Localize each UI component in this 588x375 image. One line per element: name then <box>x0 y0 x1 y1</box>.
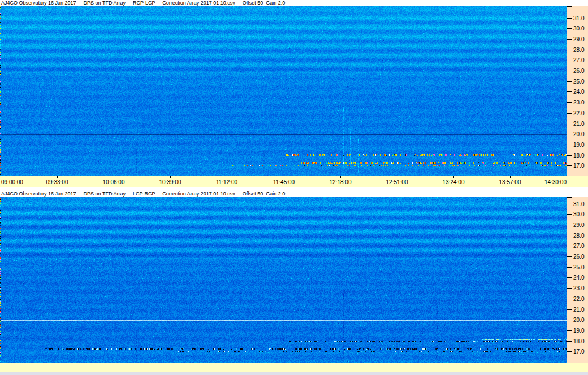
time-tick-label: 14:30:00 <box>544 179 567 185</box>
time-tick-mark <box>227 176 227 178</box>
freq-tick: 22.0 <box>567 295 584 302</box>
freq-tick-label: 28.0 <box>573 47 584 53</box>
freq-tick: 19.0 <box>567 327 584 334</box>
time-tick-label: 13:24:00 <box>443 179 465 185</box>
time-tick-mark <box>1 176 1 178</box>
spectrograph-window: AJ4CO Observatory 16 Jan 2017 - DPS on T… <box>0 0 588 375</box>
spectrogram-canvas-rcp-lcp <box>0 6 567 176</box>
time-tick-label: 11:45:00 <box>273 179 295 185</box>
freq-tick-label: 25.0 <box>573 264 584 271</box>
time-axis: 09:00:0009:33:0010:06:0010:39:0011:12:00… <box>0 176 588 188</box>
time-tick-mark <box>114 176 114 178</box>
freq-tick: 29.0 <box>567 36 584 42</box>
tick-mark <box>567 214 572 215</box>
freq-tick: 31.0 <box>567 15 584 21</box>
freq-tick-label: 24.0 <box>573 274 584 281</box>
freq-tick: 18.0 <box>567 152 584 159</box>
tick-mark <box>567 320 572 320</box>
time-tick-label: 09:00:00 <box>1 179 23 185</box>
tick-mark <box>567 28 572 29</box>
freq-tick-label: 25.0 <box>573 79 584 85</box>
freq-tick-label: 18.0 <box>573 152 584 159</box>
time-tick-mark <box>397 176 397 178</box>
freq-tick-label: 27.0 <box>573 243 584 249</box>
tick-mark <box>567 81 572 82</box>
tick-mark <box>567 341 572 342</box>
freq-tick: 30.0 <box>567 25 584 32</box>
freq-tick: 21.0 <box>567 306 584 313</box>
tick-mark <box>567 256 572 257</box>
tick-mark <box>567 39 572 40</box>
freq-tick: 22.0 <box>567 110 584 116</box>
tick-mark <box>567 18 572 19</box>
freq-tick: 27.0 <box>567 57 584 64</box>
freq-tick-label: 31.0 <box>573 201 584 207</box>
freq-tick-label: 19.0 <box>573 328 584 334</box>
freq-tick-label: 22.0 <box>573 296 584 302</box>
tick-mark <box>567 124 572 124</box>
freq-tick: 27.0 <box>567 243 584 250</box>
time-tick-label: 11:12:00 <box>216 179 237 185</box>
tick-mark <box>567 145 572 145</box>
freq-tick: 24.0 <box>567 89 584 95</box>
freq-tick-label: 20.0 <box>573 317 584 323</box>
time-tick-label: 10:39:00 <box>159 179 181 185</box>
panel2-freq-axis: 31.030.029.028.027.026.025.024.023.022.0… <box>567 197 588 363</box>
panel1-freq-axis: 31.030.029.028.027.026.025.024.023.022.0… <box>567 6 588 176</box>
time-tick-label: 13:57:00 <box>499 179 521 185</box>
tick-mark <box>567 71 572 71</box>
freq-tick: 28.0 <box>567 232 584 239</box>
tick-mark <box>567 134 572 134</box>
tick-mark <box>567 236 572 236</box>
panel2-title: AJ4CO Observatory 16 Jan 2017 - DPS on T… <box>0 191 588 197</box>
freq-tick-label: 30.0 <box>573 211 584 217</box>
freq-tick: 18.0 <box>567 338 584 345</box>
freq-tick: 25.0 <box>567 264 584 271</box>
freq-tick: 24.0 <box>567 274 584 281</box>
time-tick-label: 12:51:00 <box>386 179 408 185</box>
time-tick-mark <box>340 176 341 178</box>
freq-tick-label: 26.0 <box>573 254 584 260</box>
freq-tick: 29.0 <box>567 221 584 228</box>
tick-mark <box>567 50 572 50</box>
tick-mark <box>567 204 572 204</box>
time-tick-label: 10:06:00 <box>103 179 125 185</box>
tick-mark <box>567 155 572 156</box>
time-tick-label: 12:18:00 <box>330 179 352 185</box>
freq-tick-label: 29.0 <box>573 222 584 228</box>
freq-tick: 17.0 <box>567 348 584 355</box>
time-tick-mark <box>453 176 454 178</box>
freq-tick-label: 30.0 <box>573 25 584 32</box>
freq-tick: 25.0 <box>567 78 584 85</box>
panel1-plot: 31.030.029.028.027.026.025.024.023.022.0… <box>0 6 588 176</box>
freq-tick-label: 21.0 <box>573 307 584 313</box>
freq-tick: 23.0 <box>567 285 584 292</box>
spectrogram-canvas-lcp-rcp <box>0 197 567 363</box>
freq-tick: 23.0 <box>567 99 584 106</box>
time-tick-mark <box>284 176 284 178</box>
freq-tick-label: 26.0 <box>573 68 584 74</box>
freq-tick-label: 17.0 <box>573 348 584 355</box>
freq-tick-label: 18.0 <box>573 338 584 345</box>
axis-top-tick-mark <box>567 197 572 198</box>
footer-strip <box>0 372 588 375</box>
freq-tick-label: 19.0 <box>573 142 584 148</box>
freq-tick-label: 17.0 <box>573 163 584 169</box>
freq-tick: 19.0 <box>567 142 584 149</box>
tick-mark <box>567 246 572 246</box>
freq-tick: 28.0 <box>567 46 584 53</box>
time-tick-mark <box>170 176 171 178</box>
tick-mark <box>567 165 572 166</box>
tick-mark <box>567 288 572 289</box>
tick-mark <box>567 277 572 278</box>
freq-tick: 26.0 <box>567 254 584 260</box>
time-tick-label: 09:33:00 <box>46 179 68 185</box>
tick-mark <box>567 102 572 103</box>
time-tick-mark <box>567 176 567 178</box>
freq-tick-label: 22.0 <box>573 110 584 116</box>
freq-tick-label: 23.0 <box>573 99 584 106</box>
freq-tick-label: 24.0 <box>573 89 584 95</box>
freq-tick: 20.0 <box>567 317 584 324</box>
tick-mark <box>567 299 572 299</box>
freq-tick: 21.0 <box>567 120 584 127</box>
